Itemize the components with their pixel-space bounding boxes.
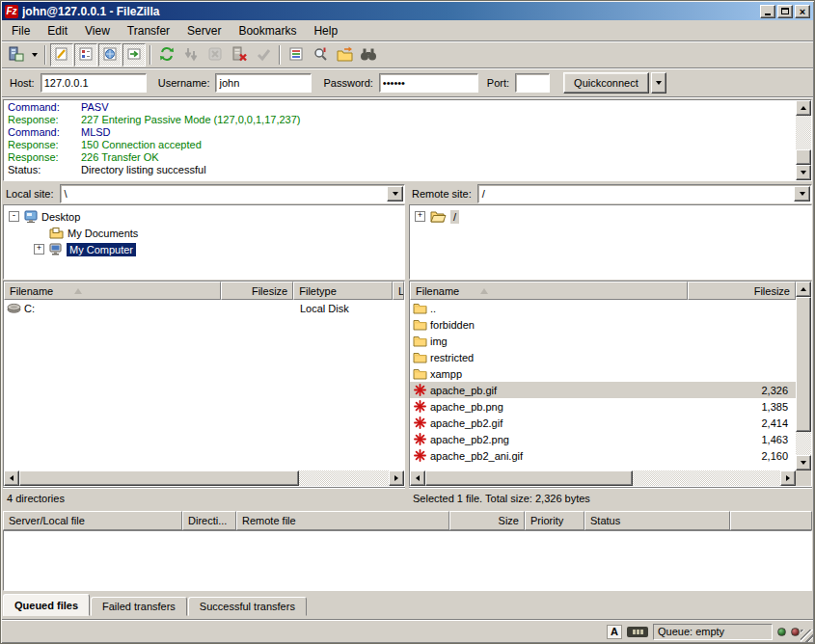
tree-item-root[interactable]: + /	[410, 208, 811, 225]
menu-help[interactable]: Help	[305, 22, 346, 40]
message-log-scrollbar[interactable]	[796, 100, 811, 180]
tab-queued-files[interactable]: Queued files	[3, 594, 90, 616]
file-search-icon	[312, 46, 328, 65]
tree-item-my-computer[interactable]: + My Computer	[4, 241, 404, 257]
column-header-status[interactable]: Status	[584, 511, 730, 530]
file-row[interactable]: apache_pb2_ani.gif2,160	[410, 447, 796, 464]
scroll-down-button[interactable]	[796, 165, 811, 180]
scroll-right-button[interactable]	[389, 470, 404, 486]
file-row[interactable]: forbidden	[410, 316, 796, 333]
column-header-size[interactable]: Size	[449, 511, 525, 530]
synchronized-browsing-button[interactable]	[357, 43, 380, 67]
cancel-operation-button[interactable]	[204, 43, 227, 67]
password-input[interactable]	[379, 73, 478, 93]
column-header-direction[interactable]: Directi...	[182, 511, 236, 530]
scrollbar-track[interactable]	[796, 116, 811, 149]
host-input[interactable]	[41, 73, 147, 93]
scrollbar-thumb[interactable]	[19, 470, 299, 486]
menu-transfer[interactable]: Transfer	[119, 22, 178, 40]
file-row[interactable]: xampp	[410, 365, 796, 382]
local-treeview-toggle-button[interactable]	[74, 43, 97, 67]
site-manager-button[interactable]	[4, 43, 27, 67]
column-header-remote-file[interactable]: Remote file	[236, 511, 449, 530]
menu-view[interactable]: View	[76, 22, 119, 40]
column-header-filesize[interactable]: Filesize	[221, 282, 293, 300]
close-button[interactable]: ×	[795, 5, 810, 18]
file-row[interactable]: restricted	[410, 349, 796, 365]
column-header-priority[interactable]: Priority	[525, 511, 584, 530]
scroll-up-button[interactable]	[796, 100, 811, 116]
quickconnect-dropdown-button[interactable]	[651, 72, 666, 94]
file-row[interactable]: img	[410, 333, 796, 349]
file-search-button[interactable]	[309, 43, 332, 67]
file-row[interactable]: apache_pb.gif2,326	[410, 382, 796, 398]
column-header-filesize[interactable]: Filesize	[688, 282, 796, 300]
remote-site-combobox[interactable]: /	[477, 184, 812, 203]
title-bar[interactable]: Fz john@127.0.0.1 - FileZilla ×	[2, 2, 813, 20]
quickconnect-button[interactable]: Quickconnect	[563, 72, 649, 94]
scrollbar-thumb[interactable]	[796, 149, 811, 165]
column-header-filename[interactable]: Filename	[4, 282, 221, 300]
scroll-down-button[interactable]	[796, 455, 811, 470]
queue-list-area[interactable]	[3, 530, 812, 591]
column-header-server-local-file[interactable]: Server/Local file	[3, 511, 182, 530]
directory-listing-filter-button[interactable]	[285, 43, 308, 67]
folder-icon	[412, 302, 427, 314]
scrollbar-track[interactable]	[796, 432, 811, 455]
scrollbar-track[interactable]	[633, 470, 780, 486]
local-site-dropdown-button[interactable]	[387, 186, 403, 201]
remote-site-dropdown-button[interactable]	[794, 186, 810, 201]
tab-successful-transfers[interactable]: Successful transfers	[188, 597, 307, 616]
directory-comparison-button[interactable]	[333, 43, 356, 67]
file-size: 2,160	[709, 450, 796, 462]
message-log-toggle-button[interactable]	[50, 43, 73, 67]
expand-icon[interactable]: +	[415, 211, 425, 222]
file-row[interactable]: ..	[410, 300, 796, 316]
scroll-right-button[interactable]	[780, 470, 796, 486]
menu-bookmarks[interactable]: Bookmarks	[230, 22, 305, 40]
minimize-button[interactable]	[760, 5, 775, 18]
sort-ascending-icon	[480, 288, 488, 294]
username-input[interactable]	[215, 73, 312, 93]
tree-item-label-selected: My Computer	[67, 243, 136, 256]
expand-icon[interactable]: +	[34, 244, 44, 255]
menu-server[interactable]: Server	[178, 22, 230, 40]
process-queue-button[interactable]	[179, 43, 203, 67]
file-row[interactable]: apache_pb2.png1,463	[410, 431, 796, 447]
local-horizontal-scrollbar[interactable]	[4, 470, 404, 486]
site-manager-dropdown-button[interactable]	[28, 43, 41, 67]
scrollbar-thumb[interactable]	[425, 470, 633, 486]
reconnect-button[interactable]	[252, 43, 275, 67]
local-site-combobox[interactable]: \	[60, 184, 405, 203]
collapse-icon[interactable]: -	[9, 211, 19, 222]
tree-item-my-documents[interactable]: My Documents	[4, 225, 404, 241]
maximize-button[interactable]	[777, 5, 793, 18]
remote-horizontal-scrollbar[interactable]	[410, 470, 796, 486]
scrollbar-thumb[interactable]	[796, 297, 811, 432]
scroll-up-button[interactable]	[796, 282, 811, 297]
column-header-lastmodified[interactable]: L	[393, 282, 404, 300]
file-row[interactable]: apache_pb.png1,385	[410, 398, 796, 415]
menu-edit[interactable]: Edit	[39, 22, 76, 40]
disconnect-button[interactable]	[228, 43, 251, 67]
log-entry-text: 150 Connection accepted	[81, 139, 202, 151]
port-input[interactable]	[515, 73, 550, 93]
column-header-filename[interactable]: Filename	[410, 282, 688, 300]
menu-file[interactable]: File	[3, 22, 39, 40]
scrollbar-track[interactable]	[299, 470, 389, 486]
file-name: xampp	[430, 368, 709, 380]
tree-item-desktop[interactable]: - Desktop	[4, 208, 404, 225]
scroll-left-button[interactable]	[4, 470, 19, 486]
tab-failed-transfers[interactable]: Failed transfers	[91, 597, 187, 616]
column-header-filetype[interactable]: Filetype	[293, 282, 393, 300]
transfer-queue-toggle-button[interactable]	[122, 43, 146, 67]
remote-file-list: Filename Filesize ..forbiddenimgrestrict…	[409, 281, 812, 487]
file-row[interactable]: C:Local Disk	[4, 300, 404, 316]
folder-icon	[412, 351, 427, 363]
remote-vertical-scrollbar[interactable]	[796, 282, 811, 486]
remote-treeview-toggle-button[interactable]	[98, 43, 122, 67]
scroll-left-button[interactable]	[410, 470, 425, 486]
resize-grip[interactable]	[801, 630, 813, 642]
file-row[interactable]: apache_pb2.gif2,414	[410, 415, 796, 431]
refresh-button[interactable]	[155, 43, 178, 67]
